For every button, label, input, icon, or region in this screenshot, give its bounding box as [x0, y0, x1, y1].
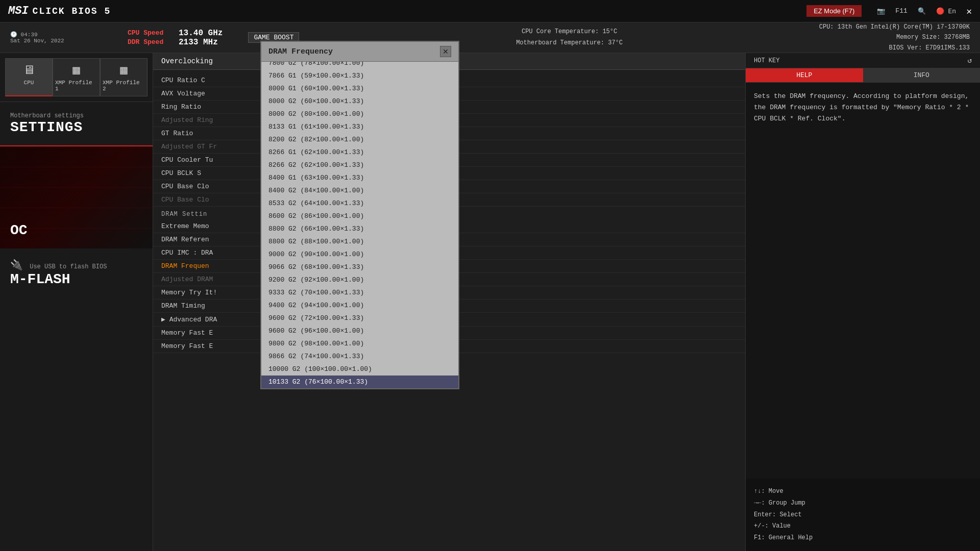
profile-tabs: 🖥 CPU ▦ XMP Profile 1 ▦ XMP Profile 2 — [5, 58, 148, 96]
dram-frequency-option[interactable]: 10133 G2 (76×100.00×1.33) — [261, 375, 458, 388]
dram-frequency-option[interactable]: 9066 G2 (68×100.00×1.33) — [261, 261, 458, 273]
nav-f1: F1: General Help — [754, 532, 972, 544]
memory-size: Memory Size: 32768MB — [819, 32, 970, 42]
rotate-icon[interactable]: ↺ — [968, 56, 972, 65]
cpu-model: CPU: 13th Gen Intel(R) Core(TM) i7-13700… — [819, 22, 970, 32]
oc-nav-item[interactable]: OC — [0, 146, 153, 248]
dram-frequency-option[interactable]: 7800 G2 (78×100.00×1.00) — [261, 62, 458, 69]
mflash-title: M-FLASH — [10, 271, 142, 287]
bios-ver: BIOS Ver: E7D91IMS.133 — [819, 43, 970, 53]
profile-tab-cpu[interactable]: 🖥 CPU — [5, 58, 53, 96]
dram-frequency-option[interactable]: 10000 G2 (100×100.00×1.00) — [261, 363, 458, 375]
dram-dialog-title-text: DRAM Frequency — [268, 47, 333, 56]
dram-frequency-option[interactable]: 9800 G2 (98×100.00×1.00) — [261, 337, 458, 350]
ddr-speed-value: 2133 MHz — [179, 38, 218, 47]
help-info-tabs: HELP INFO — [746, 68, 980, 83]
mb-temp-value: 37°C — [608, 39, 623, 46]
cpu-temp-label: CPU Core Temperature: — [522, 28, 599, 35]
dram-frequency-option[interactable]: 8133 G1 (61×100.00×1.33) — [261, 120, 458, 133]
cpu-icon: 🖥 — [23, 63, 35, 78]
cpu-temp-value: 15°C — [602, 28, 617, 35]
clock-date: Sat 26 Nov, 2022 — [10, 38, 112, 44]
dram-close-button[interactable]: ✕ — [440, 46, 451, 57]
settings-subtitle: Motherboard settings — [10, 112, 142, 119]
nav-move: ↑↓: Move — [754, 486, 972, 497]
screenshot-icon[interactable]: 📷 — [877, 7, 885, 15]
close-button[interactable]: ✕ — [966, 6, 972, 17]
dram-frequency-option[interactable]: 7866 G1 (59×100.00×1.33) — [261, 69, 458, 82]
cpu-tab-label: CPU — [24, 80, 34, 86]
msi-logo: MSI — [8, 5, 29, 17]
dram-frequency-option[interactable]: 8200 G2 (82×100.00×1.00) — [261, 133, 458, 146]
dram-frequency-option[interactable]: 9400 G2 (94×100.00×1.00) — [261, 299, 458, 312]
hotkey-label: HOT KEY — [754, 57, 779, 64]
xmp2-icon: ▦ — [120, 63, 127, 78]
dram-frequency-option[interactable]: 8400 G1 (63×100.00×1.33) — [261, 171, 458, 184]
xmp2-tab-label: XMP Profile 2 — [103, 80, 145, 92]
ddr-speed-label: DDR Speed — [128, 38, 174, 46]
header-info: 🕐 04:39 Sat 26 Nov, 2022 CPU Speed 13.40… — [0, 22, 980, 53]
mflash-nav-item[interactable]: 🔌 Use USB to flash BIOS M-FLASH — [0, 248, 153, 297]
settings-nav-item[interactable]: Motherboard settings SETTINGS — [0, 102, 153, 146]
search-icon[interactable]: 🔍 — [918, 7, 926, 15]
nav-group-jump: →←: Group Jump — [754, 497, 972, 509]
dram-frequency-option[interactable]: 8266 G2 (62×100.00×1.33) — [261, 159, 458, 171]
xmp1-icon: ▦ — [72, 63, 80, 78]
top-bar: MSI CLICK BIOS 5 EZ Mode (F7) 📷 F11 🔍 🔴 … — [0, 0, 980, 22]
bios-title: CLICK BIOS 5 — [33, 6, 807, 16]
profile-tab-xmp1[interactable]: ▦ XMP Profile 1 — [53, 58, 100, 96]
clock-time: 04:39 — [21, 32, 38, 38]
dram-frequency-option[interactable]: 8000 G2 (60×100.00×1.33) — [261, 95, 458, 108]
xmp1-tab-label: XMP Profile 1 — [55, 80, 97, 92]
cpu-speed-section: CPU Speed 13.40 GHz DDR Speed 2133 MHz — [128, 29, 223, 47]
f11-label[interactable]: F11 — [895, 7, 907, 15]
dram-frequency-option[interactable]: 8600 G2 (86×100.00×1.00) — [261, 210, 458, 222]
dram-frequency-option[interactable]: 9200 G2 (92×100.00×1.00) — [261, 273, 458, 286]
language-selector[interactable]: 🔴 En — [936, 7, 956, 15]
profile-section: 🖥 CPU ▦ XMP Profile 1 ▦ XMP Profile 2 — [0, 53, 153, 102]
left-sidebar: 🖥 CPU ▦ XMP Profile 1 ▦ XMP Profile 2 Mo… — [0, 53, 153, 551]
dram-dialog-titlebar: DRAM Frequency ✕ — [261, 42, 458, 62]
dram-frequency-option[interactable]: 8000 G1 (60×100.00×1.33) — [261, 82, 458, 95]
dram-frequency-dialog: DRAM Frequency ✕ 7733 G1 (58×100.00×1.33… — [260, 41, 459, 389]
dram-frequency-option[interactable]: 8800 G2 (66×100.00×1.33) — [261, 222, 458, 235]
cpu-speed-label: CPU Speed — [128, 29, 174, 37]
dram-frequency-option[interactable]: 8000 G2 (80×100.00×1.00) — [261, 108, 458, 120]
nav-hints: ↑↓: Move →←: Group Jump Enter: Select +/… — [746, 479, 980, 551]
usb-icon: 🔌 — [10, 260, 23, 271]
dram-frequency-option[interactable]: 8266 G1 (62×100.00×1.33) — [261, 146, 458, 159]
dram-list[interactable]: 7733 G1 (58×100.00×1.33)7733 G2 (58×100.… — [261, 62, 458, 388]
clock-section: 🕐 04:39 Sat 26 Nov, 2022 — [10, 31, 112, 44]
mb-temp-label: Motherboard Temperature: — [516, 39, 604, 46]
hotkey-bar: HOT KEY ↺ — [746, 53, 980, 68]
dram-frequency-option[interactable]: 9600 G2 (72×100.00×1.33) — [261, 312, 458, 324]
info-tab[interactable]: INFO — [863, 68, 981, 82]
dram-frequency-option[interactable]: 8400 G2 (84×100.00×1.00) — [261, 184, 458, 197]
dram-frequency-option[interactable]: 8800 G2 (88×100.00×1.00) — [261, 235, 458, 248]
ez-mode-button[interactable]: EZ Mode (F7) — [806, 5, 862, 17]
oc-label: OC — [10, 222, 28, 238]
settings-title: SETTINGS — [10, 119, 142, 135]
profile-tab-xmp2[interactable]: ▦ XMP Profile 2 — [100, 58, 148, 96]
mflash-subtitle: 🔌 Use USB to flash BIOS — [10, 259, 142, 271]
help-tab[interactable]: HELP — [746, 68, 863, 82]
nav-value: +/-: Value — [754, 520, 972, 532]
dram-frequency-option[interactable]: 9333 G2 (70×100.00×1.33) — [261, 286, 458, 299]
cpu-speed-value: 13.40 GHz — [179, 29, 223, 38]
dram-frequency-option[interactable]: 9866 G2 (74×100.00×1.33) — [261, 350, 458, 363]
nav-enter: Enter: Select — [754, 509, 972, 521]
dram-frequency-option[interactable]: 9000 G2 (90×100.00×1.00) — [261, 248, 458, 261]
dram-frequency-option[interactable]: 9600 G2 (96×100.00×1.00) — [261, 324, 458, 337]
right-panel: HOT KEY ↺ HELP INFO Sets the DRAM freque… — [745, 53, 980, 551]
help-text: Sets the DRAM frequency. According to pl… — [746, 83, 980, 133]
dram-frequency-option[interactable]: 8533 G2 (64×100.00×1.33) — [261, 197, 458, 210]
